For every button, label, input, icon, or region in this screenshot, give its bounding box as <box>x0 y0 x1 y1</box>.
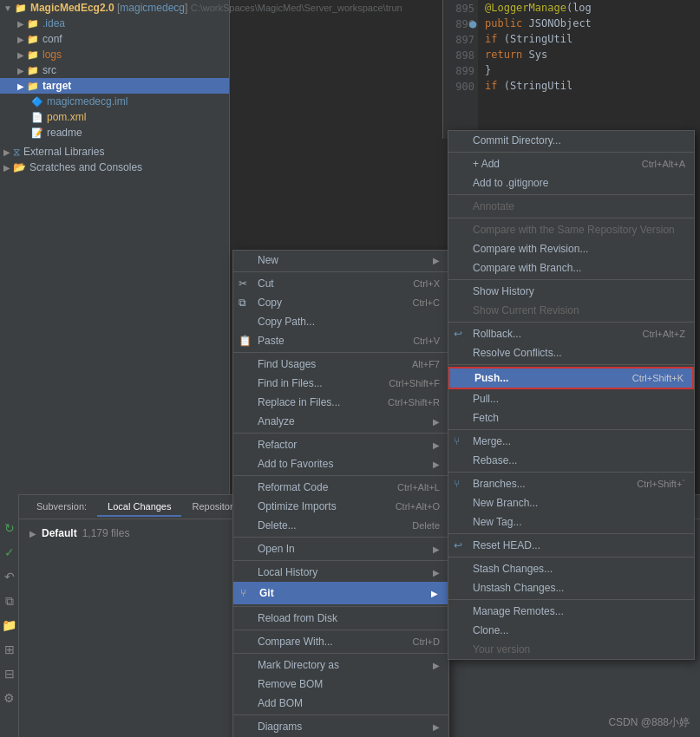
git-resolve-conflicts[interactable]: Resolve Conflicts... <box>448 343 694 362</box>
git-fetch[interactable]: Fetch <box>448 408 694 427</box>
push-shortcut: Ctrl+Shift+K <box>632 373 684 383</box>
git-compare-branch[interactable]: Compare with Branch... <box>448 258 694 277</box>
open-in-arrow-icon: ▶ <box>433 545 440 554</box>
git-sep4 <box>448 279 694 280</box>
git-new-branch[interactable]: New Branch... <box>448 493 694 512</box>
menu-cut-label: Cut <box>258 277 274 290</box>
git-compare-revision[interactable]: Compare with Revision... <box>448 239 694 258</box>
refresh-icon[interactable]: ↻ <box>2 520 17 536</box>
tree-target[interactable]: ▶ 📁 target <box>0 78 229 94</box>
menu-analyze[interactable]: Analyze ▶ <box>233 412 448 431</box>
git-annotate-label: Annotate <box>473 200 514 212</box>
folder-icon-toolbar[interactable]: 📁 <box>2 617 17 633</box>
git-unstash-changes-label: Unstash Changes... <box>473 582 564 594</box>
git-manage-remotes[interactable]: Manage Remotes... <box>448 602 694 621</box>
branches-icon: ⑂ <box>454 478 460 490</box>
menu-copy[interactable]: ⧉ Copy Ctrl+C <box>233 293 448 312</box>
local-history-arrow-icon: ▶ <box>433 568 440 577</box>
expand-icon[interactable]: ▶ <box>29 529 36 538</box>
tree-readme[interactable]: 📝 readme <box>0 125 229 140</box>
paste-shortcut: Ctrl+V <box>413 336 440 346</box>
line-897: 897 <box>443 31 478 47</box>
diagrams-arrow-icon: ▶ <box>433 722 440 732</box>
menu-replace-in-files[interactable]: Replace in Files... Ctrl+Shift+R <box>233 393 448 412</box>
tree-src[interactable]: ▶ 📁 src <box>0 62 229 78</box>
git-commit-dir[interactable]: Commit Directory... <box>448 131 694 150</box>
menu-copy-path[interactable]: Copy Path... <box>233 312 448 331</box>
refactor-arrow-icon: ▶ <box>433 440 440 450</box>
tab-local-changes[interactable]: Local Changes <box>97 498 181 517</box>
git-new-tag-label: New Tag... <box>473 516 521 528</box>
git-submenu: Commit Directory... + Add Ctrl+Alt+A Add… <box>448 130 695 660</box>
git-reset-head[interactable]: ↩ Reset HEAD... <box>448 536 694 555</box>
project-root[interactable]: ▼ 📁 MagicMedEcg2.0 [magicmedecg] C:\work… <box>0 0 229 16</box>
tree-scratches[interactable]: ▶ 📂 Scratches and Consoles <box>0 160 229 175</box>
git-unstash-changes[interactable]: Unstash Changes... <box>448 578 694 597</box>
menu-compare-with[interactable]: Compare With... Ctrl+D <box>233 632 448 651</box>
tree-conf[interactable]: ▶ 📁 conf <box>0 31 229 47</box>
git-rollback[interactable]: ↩ Rollback... Ctrl+Alt+Z <box>448 324 694 343</box>
tree-ext-libraries[interactable]: ▶ ⧖ External Libraries <box>0 144 229 160</box>
tree-pom-xml[interactable]: 📄 pom.xml <box>0 109 229 125</box>
git-branches[interactable]: ⑂ Branches... Ctrl+Shift+` <box>448 474 694 493</box>
git-compare-branch-label: Compare with Branch... <box>473 262 581 274</box>
menu-reformat-code[interactable]: Reformat Code Ctrl+Alt+L <box>233 478 448 497</box>
collapse-all-icon[interactable]: ⊟ <box>2 666 17 682</box>
check-icon[interactable]: ✓ <box>2 545 17 560</box>
menu-add-bom[interactable]: Add BOM <box>233 694 448 713</box>
git-add[interactable]: + Add Ctrl+Alt+A <box>448 154 694 173</box>
project-tree: ▼ 📁 MagicMedEcg2.0 [magicmedecg] C:\work… <box>0 0 230 494</box>
git-merge[interactable]: ⑂ Merge... <box>448 432 694 451</box>
git-branches-label: Branches... <box>473 478 526 490</box>
git-stash-changes[interactable]: Stash Changes... <box>448 559 694 578</box>
git-compare-revision-label: Compare with Revision... <box>473 243 588 255</box>
menu-local-history[interactable]: Local History ▶ <box>233 563 448 582</box>
expand-all-icon[interactable]: ⊞ <box>2 642 17 657</box>
git-compare-same-label: Compare with the Same Repository Version <box>473 224 675 236</box>
git-rebase[interactable]: Rebase... <box>448 451 694 470</box>
settings-icon[interactable]: ⚙ <box>2 690 17 706</box>
cut-shortcut: Ctrl+X <box>413 278 440 289</box>
git-merge-label: Merge... <box>473 435 511 447</box>
line-900: 900 <box>443 78 478 94</box>
git-show-history[interactable]: Show History <box>448 282 694 301</box>
menu-refactor[interactable]: Refactor ▶ <box>233 435 448 454</box>
tree-logs[interactable]: ▶ 📁 logs <box>0 47 229 62</box>
tab-subversion[interactable]: Subversion: <box>26 498 97 517</box>
menu-remove-bom[interactable]: Remove BOM <box>233 675 448 694</box>
tree-idea[interactable]: ▶ 📁 .idea <box>0 16 229 31</box>
git-your-version: Your version <box>448 640 694 659</box>
rollback-icon: ↩ <box>454 328 462 340</box>
menu-optimize-imports[interactable]: Optimize Imports Ctrl+Alt+O <box>233 497 448 516</box>
menu-mark-dir[interactable]: Mark Directory as ▶ <box>233 655 448 675</box>
code-line-896: ● public JSONObject <box>485 16 700 31</box>
copy-icon: ⧉ <box>239 297 246 309</box>
src-folder-icon: 📁 <box>27 65 39 76</box>
tree-magicmedecg-iml[interactable]: 🔷 magicmedecg.iml <box>0 94 229 109</box>
git-add-gitignore[interactable]: Add to .gitignore <box>448 173 694 192</box>
git-new-tag[interactable]: New Tag... <box>448 512 694 532</box>
favorites-arrow-icon: ▶ <box>433 460 440 469</box>
menu-delete[interactable]: Delete... Delete <box>233 516 448 535</box>
git-clone[interactable]: Clone... <box>448 621 694 640</box>
menu-delete-label: Delete... <box>258 519 297 532</box>
menu-cut[interactable]: ✂ Cut Ctrl+X <box>233 274 448 293</box>
git-sep7 <box>448 429 694 430</box>
menu-find-in-files[interactable]: Find in Files... Ctrl+Shift+F <box>233 374 448 393</box>
git-sep8 <box>448 472 694 473</box>
menu-open-in[interactable]: Open In ▶ <box>233 539 448 558</box>
menu-reload[interactable]: Reload from Disk <box>233 609 448 628</box>
menu-git[interactable]: ⑂ Git ▶ <box>233 582 448 604</box>
menu-paste[interactable]: 📋 Paste Ctrl+V <box>233 331 448 350</box>
git-pull[interactable]: Pull... <box>448 389 694 408</box>
diff-icon[interactable]: ⧉ <box>2 593 17 609</box>
menu-find-usages[interactable]: Find Usages Alt+F7 <box>233 355 448 374</box>
menu-copy-label: Copy <box>258 297 282 309</box>
git-stash-changes-label: Stash Changes... <box>473 563 553 575</box>
menu-new[interactable]: New ▶ <box>233 251 448 270</box>
menu-diagrams[interactable]: Diagrams ▶ <box>233 717 448 736</box>
git-push[interactable]: Push... Ctrl+Shift+K <box>448 367 694 389</box>
menu-add-to-favorites[interactable]: Add to Favorites ▶ <box>233 454 448 473</box>
sep7 <box>233 606 448 607</box>
revert-icon[interactable]: ↶ <box>2 569 17 584</box>
